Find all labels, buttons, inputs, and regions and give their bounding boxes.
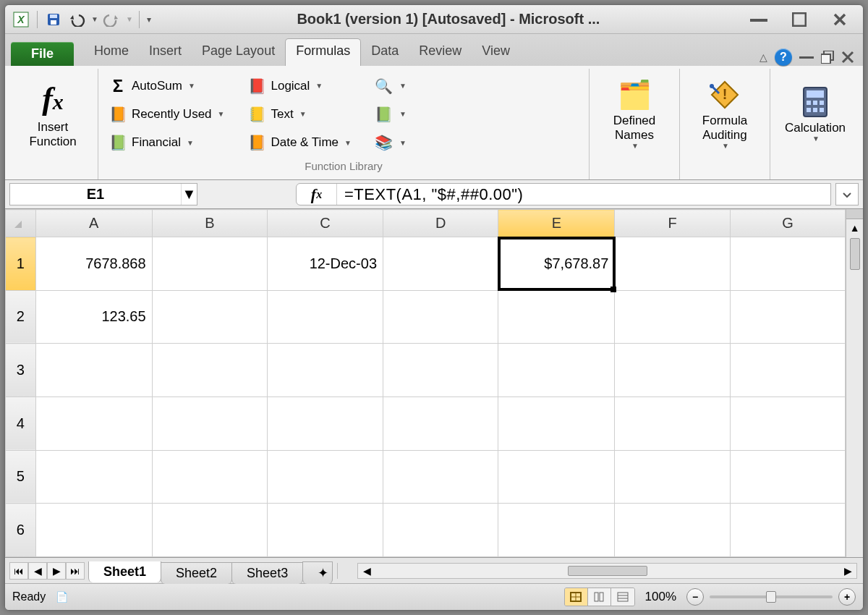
tab-formulas[interactable]: Formulas [285,38,361,66]
col-header-c[interactable]: C [268,210,383,237]
expand-formula-bar-icon[interactable] [835,183,859,205]
tab-review[interactable]: Review [409,39,472,66]
defined-names-button[interactable]: 🗂️ Defined Names ▼ [597,72,672,157]
svg-rect-4 [51,20,56,25]
app-icon[interactable]: X [11,9,31,30]
close-icon[interactable] [827,11,853,28]
page-break-view-icon[interactable] [611,588,634,606]
cell-a2[interactable]: 123.65 [35,290,152,344]
insert-function-fx-button[interactable]: fx [297,184,337,205]
sheet-tab-sheet2[interactable]: Sheet2 [161,562,232,584]
save-icon[interactable] [43,9,64,30]
workbook-close-icon[interactable] [841,51,854,64]
sheet-nav-last-icon[interactable]: ⏭ [66,562,85,580]
svg-rect-15 [807,90,824,98]
zoom-out-icon[interactable]: − [686,588,704,606]
tab-home[interactable]: Home [84,39,139,66]
redo-icon[interactable] [101,9,122,30]
tab-insert[interactable]: Insert [139,39,192,66]
col-header-f[interactable]: F [615,210,730,237]
formula-auditing-button[interactable]: ! Formula Auditing ▼ [687,72,762,157]
select-all-corner[interactable] [6,210,36,237]
cell-d1[interactable] [383,237,498,291]
formula-input[interactable]: =TEXT(A1, "$#,##0.00") [337,185,830,204]
undo-icon[interactable] [67,9,87,30]
help-icon[interactable]: ? [775,48,792,66]
tab-split-handle[interactable] [337,563,352,579]
row-header-3[interactable]: 3 [6,344,36,397]
spreadsheet-grid[interactable]: A B C D E F G 1 7678.868 12-Dec-03 $7,67… [5,209,846,557]
cell-g1[interactable] [730,237,846,291]
sheet-tab-sheet1[interactable]: Sheet1 [88,561,161,582]
scroll-up-icon[interactable]: ▲ [846,219,863,237]
macro-record-icon[interactable]: 📄 [56,591,68,603]
sheet-nav-next-icon[interactable]: ▶ [47,562,66,580]
new-sheet-icon[interactable]: ✦ [302,561,333,584]
group-calculation: Calculation ▼ [770,69,860,179]
financial-button[interactable]: 📗Financial▼ [106,132,227,153]
row-header-6[interactable]: 6 [6,504,36,557]
cell-f1[interactable] [615,237,730,291]
zoom-knob[interactable] [766,591,776,603]
col-header-e[interactable]: E [498,210,615,237]
scroll-thumb[interactable] [850,238,860,270]
scroll-left-icon[interactable]: ◀ [358,565,375,577]
cell-a1[interactable]: 7678.868 [35,237,152,291]
excel-window: X ▼ ▼ ▾ Book1 (version 1) [Autosaved] - … [4,4,864,611]
col-header-b[interactable]: B [152,210,267,237]
row-header-5[interactable]: 5 [6,450,36,504]
lookup-ref-button[interactable]: 🔍▼ [372,75,409,97]
row-header-2[interactable]: 2 [6,290,36,344]
workbook-restore-icon[interactable] [821,51,834,64]
vertical-scrollbar[interactable]: ▲ [846,209,863,557]
maximize-icon[interactable] [786,11,812,28]
col-header-g[interactable]: G [730,210,846,237]
logical-button[interactable]: 📕Logical▼ [244,75,354,97]
zoom-in-icon[interactable]: + [838,588,856,606]
sheet-nav-first-icon[interactable]: ⏮ [9,562,28,580]
zoom-slider[interactable]: − + [686,588,856,606]
tab-page-layout[interactable]: Page Layout [192,39,285,66]
col-header-d[interactable]: D [383,210,498,237]
group-formula-auditing: ! Formula Auditing ▼ [680,69,770,179]
tab-view[interactable]: View [472,39,520,66]
sheet-tab-sheet3[interactable]: Sheet3 [231,562,303,584]
calculation-button[interactable]: Calculation ▼ [778,72,853,157]
sheet-nav-prev-icon[interactable]: ◀ [28,562,47,580]
table-row: 5 [6,450,846,504]
scroll-thumb[interactable] [568,566,647,576]
cell-c1[interactable]: 12-Dec-03 [268,237,383,291]
title-bar: X ▼ ▼ ▾ Book1 (version 1) [Autosaved] - … [5,5,863,34]
page-layout-view-icon[interactable] [588,588,611,606]
ribbon-collapse-icon[interactable]: △ [760,51,767,63]
zoom-level[interactable]: 100% [645,590,676,604]
zoom-track[interactable] [710,595,833,598]
math-trig-button[interactable]: 📗▼ [372,103,409,125]
undo-dropdown-icon[interactable]: ▼ [91,15,98,23]
file-tab[interactable]: File [11,42,74,66]
name-box-dropdown-icon[interactable]: ▼ [181,184,197,205]
cell-b1[interactable] [152,237,267,291]
recently-used-button[interactable]: 📙Recently Used▼ [106,103,227,125]
col-header-a[interactable]: A [35,210,152,237]
name-box[interactable]: E1 ▼ [9,183,197,205]
more-functions-button[interactable]: 📚▼ [372,132,409,153]
text-label: Text [271,107,293,122]
scroll-right-icon[interactable]: ▶ [839,565,856,577]
cell-e1[interactable]: $7,678.87 [498,237,615,291]
tab-data[interactable]: Data [361,39,409,66]
table-row: 4 [6,396,846,450]
row-header-1[interactable]: 1 [6,237,36,291]
row-header-4[interactable]: 4 [6,396,36,450]
workbook-minimize-icon[interactable] [799,54,814,60]
date-time-button[interactable]: 📙Date & Time▼ [244,132,354,153]
book-a-icon: 📒 [247,105,266,124]
text-button[interactable]: 📒Text▼ [244,103,354,125]
horizontal-scrollbar[interactable]: ◀ ▶ [357,563,857,579]
autosum-button[interactable]: ΣAutoSum▼ [106,75,227,97]
minimize-icon[interactable] [746,11,772,28]
split-handle-icon[interactable] [846,209,863,219]
redo-dropdown-icon[interactable]: ▼ [126,15,133,23]
insert-function-button[interactable]: fx Insert Function [15,72,90,157]
normal-view-icon[interactable] [565,588,588,606]
